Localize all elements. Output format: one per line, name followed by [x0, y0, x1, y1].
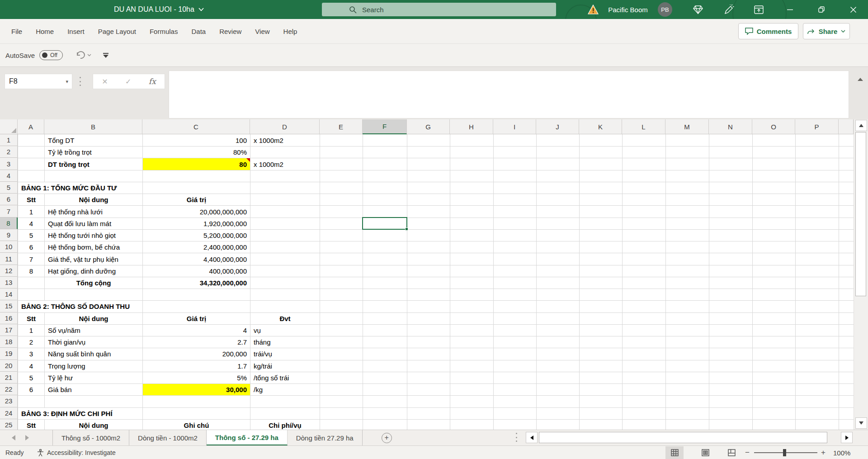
scroll-down-button[interactable] [855, 417, 867, 429]
cell-C22[interactable]: 30,000 [143, 384, 250, 395]
row-header-23[interactable]: 23 [0, 395, 18, 407]
cell-A5[interactable]: BẢNG 1: TỔNG MỨC ĐẦU TƯ [18, 182, 121, 194]
row-header-2[interactable]: 2 [0, 146, 18, 158]
column-header-K[interactable]: K [579, 119, 622, 134]
cell-A20[interactable]: 4 [18, 360, 44, 372]
column-header-B[interactable]: B [44, 119, 142, 134]
cell-A6[interactable]: Stt [18, 194, 44, 205]
premium-gem-icon[interactable] [689, 0, 707, 19]
cell-B9[interactable]: Hệ thống tưới nhỏ giọt [45, 230, 142, 241]
cell-B21[interactable]: Tỷ lệ hư [45, 372, 142, 383]
row-header-4[interactable]: 4 [0, 170, 18, 182]
warning-icon[interactable] [585, 0, 601, 19]
cell-B1[interactable]: Tổng DT [45, 135, 142, 146]
row-header-14[interactable]: 14 [0, 289, 18, 300]
row-header-17[interactable]: 17 [0, 324, 18, 336]
cell-C25[interactable]: Ghi chú [143, 420, 250, 430]
cell-C2[interactable]: 80% [143, 147, 250, 158]
cell-C8[interactable]: 1,920,000,000 [143, 218, 250, 229]
row-header-18[interactable]: 18 [0, 336, 18, 348]
document-title[interactable]: DU AN DUA LUOI - 10ha [114, 0, 204, 19]
cell-C6[interactable]: Giá trị [143, 194, 250, 205]
name-box[interactable]: F8 ▾ [5, 74, 72, 89]
cell-A7[interactable]: 1 [18, 206, 44, 217]
vertical-scrollbar-thumb[interactable] [855, 132, 866, 296]
cell-B7[interactable]: Hệ thống nhà lưới [45, 206, 142, 217]
cell-D19[interactable]: trái/vụ [250, 348, 320, 360]
cell-A10[interactable]: 6 [18, 241, 44, 253]
cell-A17[interactable]: 1 [18, 325, 44, 336]
scroll-right-button[interactable] [841, 432, 853, 443]
row-header-9[interactable]: 9 [0, 229, 18, 241]
cell-B17[interactable]: Số vụ/năm [45, 325, 142, 336]
row-header-15[interactable]: 15 [0, 300, 18, 312]
accessibility-check[interactable]: Accessibility: Investigate [37, 446, 116, 459]
cell-C18[interactable]: 2.7 [143, 336, 250, 348]
cell-D18[interactable]: tháng [250, 336, 320, 348]
cell-C9[interactable]: 5,200,000,000 [143, 230, 250, 241]
cell-A9[interactable]: 5 [18, 230, 44, 241]
ribbon-tab-review[interactable]: Review [212, 28, 248, 35]
cell-B16[interactable]: Nội dung [45, 313, 142, 324]
cell-D1[interactable]: x 1000m2 [250, 135, 320, 146]
cell-C1[interactable]: 100 [143, 135, 250, 146]
row-header-5[interactable]: 5 [0, 182, 18, 194]
sheet-tab-dòng-tiền---1000m2[interactable]: Dòng tiền - 1000m2 [129, 430, 207, 445]
cell-B22[interactable]: Giá bán [45, 384, 142, 395]
cell-A19[interactable]: 3 [18, 348, 44, 360]
cell-C20[interactable]: 1.7 [143, 360, 250, 372]
page-layout-view-button[interactable] [696, 446, 714, 459]
previous-sheet-icon[interactable] [12, 435, 15, 440]
cell-C3[interactable]: 80 [143, 158, 250, 170]
row-header-1[interactable]: 1 [0, 134, 18, 146]
cell-B11[interactable]: Giá thể, vật tư phụ kiện [45, 253, 142, 265]
cell-C13[interactable]: 34,320,000,000 [143, 277, 250, 289]
cell-A21[interactable]: 5 [18, 372, 44, 383]
column-header-I[interactable]: I [493, 119, 536, 134]
scroll-up-button[interactable] [855, 120, 867, 131]
cell-B19[interactable]: Năng suất bình quân [45, 348, 142, 360]
avatar[interactable]: PB [656, 0, 675, 19]
row-header-20[interactable]: 20 [0, 360, 18, 372]
column-header-D[interactable]: D [250, 119, 320, 134]
cell-D20[interactable]: kg/trái [250, 360, 320, 372]
cell-C19[interactable]: 200,000 [143, 348, 250, 360]
column-header-M[interactable]: M [665, 119, 709, 134]
ribbon-tab-insert[interactable]: Insert [61, 28, 91, 35]
column-header-P[interactable]: P [795, 119, 839, 134]
cell-B10[interactable]: Hệ thống bơm, bể chứa [45, 241, 142, 253]
column-header-H[interactable]: H [450, 119, 493, 134]
collapse-formula-bar-icon[interactable] [854, 74, 867, 85]
next-sheet-icon[interactable] [25, 435, 29, 440]
column-header-L[interactable]: L [622, 119, 665, 134]
normal-view-button[interactable] [665, 446, 684, 459]
scroll-left-button[interactable] [526, 432, 538, 443]
cell-A11[interactable]: 7 [18, 253, 44, 265]
cell-D16[interactable]: Đvt [250, 313, 320, 324]
sheet-tab-thông-số---1000m2[interactable]: Thông số - 1000m2 [52, 430, 129, 445]
cell-A18[interactable]: 2 [18, 336, 44, 348]
row-header-8[interactable]: 8 [0, 218, 18, 229]
row-header-10[interactable]: 10 [0, 241, 18, 253]
cell-C7[interactable]: 20,000,000,000 [143, 206, 250, 217]
column-header-J[interactable]: J [536, 119, 579, 134]
editor-pen-icon[interactable] [720, 0, 738, 19]
sheet-tab-thông-số---27.29-ha[interactable]: Thông số - 27.29 ha [207, 430, 288, 445]
column-header-C[interactable]: C [142, 119, 250, 134]
cell-B25[interactable]: Nội dung [45, 420, 142, 430]
column-header-G[interactable]: G [407, 119, 450, 134]
formula-bar-drag-dots[interactable] [80, 77, 81, 86]
column-header-E[interactable]: E [320, 119, 363, 134]
horizontal-scrollbar-thumb[interactable] [539, 432, 827, 443]
cell-A15[interactable]: BẢNG 2: THÔNG SỐ DOANH THU [18, 301, 133, 312]
zoom-in-button[interactable]: + [819, 446, 827, 459]
cell-B2[interactable]: Tỷ lệ trồng trọt [45, 147, 142, 158]
ribbon-tab-formulas[interactable]: Formulas [143, 28, 185, 35]
sheet-tab-dòng-tiền-27.29-ha[interactable]: Dòng tiền 27.29 ha [288, 430, 363, 445]
cell-C12[interactable]: 400,000,000 [143, 265, 250, 277]
cell-A8[interactable]: 4 [18, 218, 44, 229]
ribbon-display-options-icon[interactable] [750, 0, 768, 19]
autosave-toggle[interactable]: Off [39, 50, 63, 60]
cell-B18[interactable]: Thời gian/vụ [45, 336, 142, 348]
minimize-button[interactable] [779, 0, 800, 19]
